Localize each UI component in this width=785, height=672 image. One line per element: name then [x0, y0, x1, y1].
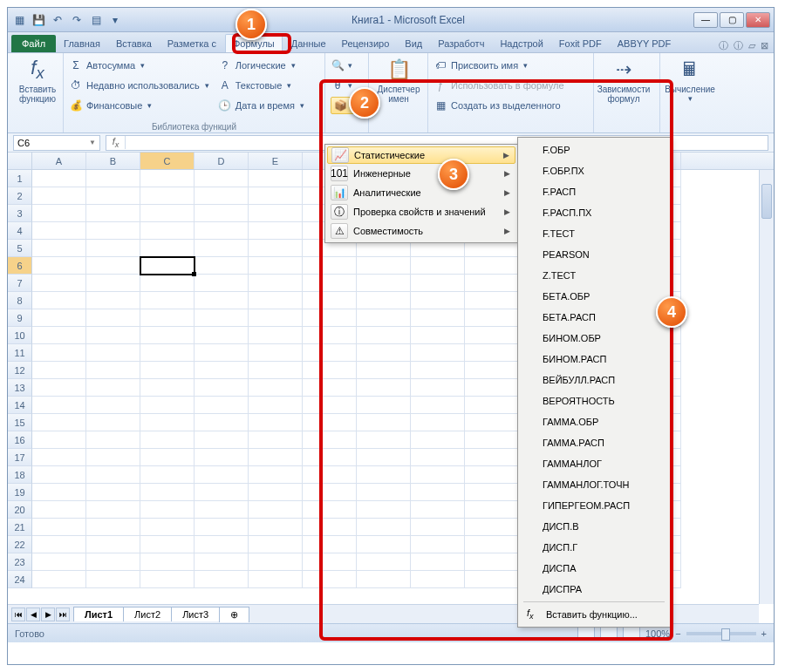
row-header[interactable]: 17	[8, 449, 32, 466]
function-menu-item[interactable]: F.ОБР	[520, 139, 668, 160]
cell[interactable]	[249, 257, 303, 275]
cell[interactable]	[303, 362, 357, 379]
function-menu-item[interactable]: ГАММАНЛОГ	[520, 453, 668, 474]
autosum-button[interactable]: ΣАвтосумма▾	[69, 57, 209, 74]
cell[interactable]	[465, 257, 519, 275]
undo-icon[interactable]: ↶	[50, 12, 65, 28]
cell[interactable]	[249, 292, 303, 309]
cell[interactable]	[249, 571, 303, 588]
sheet-nav-next[interactable]: ▶	[41, 608, 55, 621]
fx-label-icon[interactable]: fx	[106, 136, 126, 149]
cell[interactable]	[140, 240, 195, 257]
function-menu-item[interactable]: ДИСП.Г	[520, 537, 668, 558]
row-header[interactable]: 4	[8, 222, 32, 240]
row-header[interactable]: 24	[8, 571, 32, 588]
cell[interactable]	[195, 257, 249, 275]
logical-button[interactable]: ?Логические▾	[218, 57, 304, 74]
cell[interactable]	[32, 501, 86, 519]
cell[interactable]	[465, 397, 519, 414]
cell[interactable]	[357, 449, 411, 466]
financial-button[interactable]: 💰Финансовые▾	[69, 97, 209, 114]
cell[interactable]	[249, 397, 303, 414]
row-header[interactable]: 9	[8, 309, 32, 327]
cell[interactable]	[140, 431, 195, 449]
cell[interactable]	[86, 240, 140, 257]
ribbon-min-icon[interactable]: ⓘ	[719, 39, 728, 52]
function-menu-item[interactable]: ГАММАНЛОГ.ТОЧН	[520, 474, 668, 495]
vertical-scrollbar[interactable]	[759, 170, 774, 604]
cell[interactable]	[357, 309, 411, 327]
cell[interactable]	[32, 536, 86, 553]
function-menu-item[interactable]: БЕТА.ОБР	[520, 286, 668, 307]
cell[interactable]	[465, 519, 519, 536]
cell[interactable]	[32, 571, 86, 588]
col-header-C[interactable]: C	[140, 153, 195, 169]
row-header[interactable]: 6	[8, 257, 32, 275]
cell[interactable]	[140, 362, 195, 379]
sheet-tab[interactable]: Лист3	[171, 607, 220, 621]
row-header[interactable]: 20	[8, 501, 32, 519]
cell[interactable]	[357, 275, 411, 292]
cell[interactable]	[195, 327, 249, 344]
cell[interactable]	[465, 571, 519, 588]
tab-home[interactable]: Главная	[57, 35, 107, 52]
tab-addins[interactable]: Надстрой	[493, 35, 550, 52]
function-menu-item[interactable]: F.РАСП.ПХ	[520, 202, 668, 223]
statistical-functions-menu[interactable]: F.ОБРF.ОБР.ПХF.РАСПF.РАСП.ПХF.ТЕСТPEARSO…	[517, 137, 671, 628]
cell[interactable]	[195, 292, 249, 309]
cell[interactable]	[465, 501, 519, 519]
cell[interactable]	[32, 379, 86, 397]
cell[interactable]	[465, 466, 519, 484]
save-icon[interactable]: 💾	[31, 12, 46, 28]
cell[interactable]	[195, 379, 249, 397]
cell[interactable]	[86, 553, 140, 571]
cell[interactable]	[140, 466, 195, 484]
cell[interactable]	[249, 379, 303, 397]
cell[interactable]	[195, 275, 249, 292]
function-menu-item[interactable]: Z.ТЕСТ	[520, 265, 668, 286]
zoom-slider[interactable]	[686, 632, 756, 635]
cell[interactable]	[32, 257, 86, 275]
cell[interactable]	[465, 484, 519, 501]
deps-button[interactable]: ⇢ Зависимости формул	[599, 57, 648, 104]
file-tab[interactable]: Файл	[11, 35, 56, 52]
cell[interactable]	[86, 536, 140, 553]
cell[interactable]	[140, 170, 195, 187]
cell[interactable]	[32, 344, 86, 362]
cell[interactable]	[86, 484, 140, 501]
tab-abbyy[interactable]: ABBYY PDF	[611, 35, 679, 52]
cell[interactable]	[357, 431, 411, 449]
cell[interactable]	[195, 187, 249, 205]
cell[interactable]	[195, 466, 249, 484]
minimize-button[interactable]: —	[693, 12, 718, 28]
cell[interactable]	[249, 501, 303, 519]
cell[interactable]	[249, 222, 303, 240]
cell[interactable]	[86, 344, 140, 362]
cell[interactable]	[411, 449, 465, 466]
sheet-nav-first[interactable]: ⏮	[11, 608, 25, 621]
row-header[interactable]: 16	[8, 431, 32, 449]
row-header[interactable]: 12	[8, 362, 32, 379]
cell[interactable]	[195, 222, 249, 240]
cell[interactable]	[357, 519, 411, 536]
cell[interactable]	[411, 553, 465, 571]
calc-button[interactable]: 🖩 Вычисление ▾	[666, 57, 714, 103]
cell[interactable]	[357, 501, 411, 519]
category-menu-item[interactable]: ⚠Совместимость▶	[327, 221, 515, 241]
cell[interactable]	[32, 519, 86, 536]
cell[interactable]	[32, 327, 86, 344]
tab-view[interactable]: Вид	[398, 35, 429, 52]
function-menu-item[interactable]: ДИСПА	[520, 558, 668, 579]
cell[interactable]	[32, 449, 86, 466]
cell[interactable]	[140, 205, 195, 222]
cell[interactable]	[86, 222, 140, 240]
cell[interactable]	[249, 275, 303, 292]
cell[interactable]	[303, 275, 357, 292]
help-icon[interactable]: ⓘ	[734, 39, 743, 52]
function-menu-item[interactable]: ДИСПРА	[520, 579, 668, 600]
cell[interactable]	[86, 327, 140, 344]
function-menu-item[interactable]: F.ТЕСТ	[520, 223, 668, 244]
cell[interactable]	[86, 187, 140, 205]
tab-pagelayout[interactable]: Разметка с	[160, 35, 223, 52]
cell[interactable]	[195, 536, 249, 553]
